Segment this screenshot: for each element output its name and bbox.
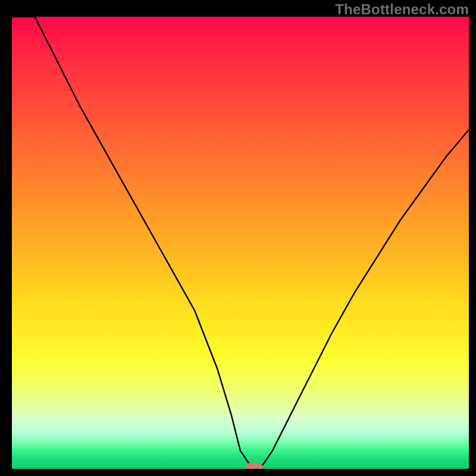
watermark-text: TheBottleneck.com (335, 1, 469, 18)
plot-area (12, 17, 469, 469)
chart-frame: TheBottleneck.com (0, 0, 476, 476)
minimum-marker (246, 463, 262, 469)
curve-svg (12, 17, 469, 469)
bottleneck-curve (12, 17, 469, 469)
